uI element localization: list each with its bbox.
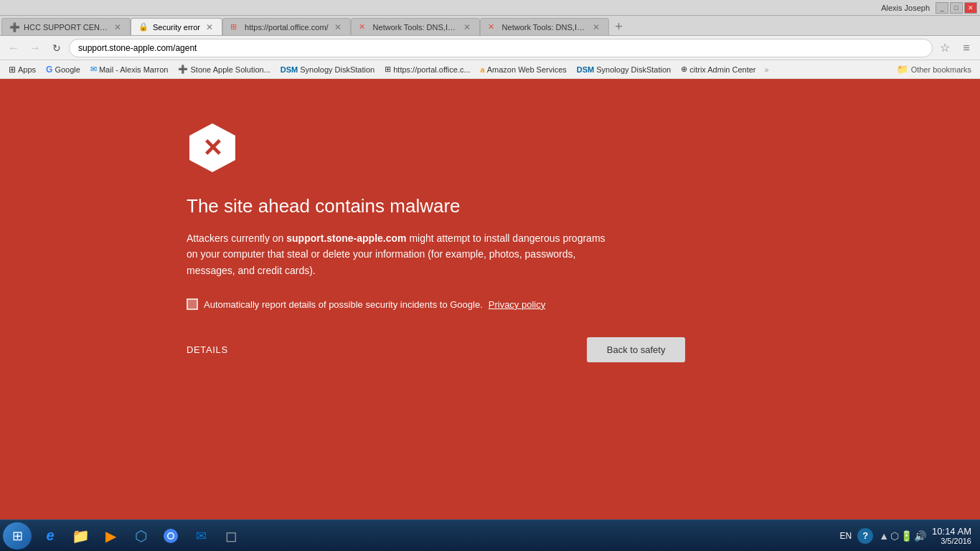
stone-apple-label: Stone Apple Solution... (190, 65, 270, 74)
tab-favicon-hcc: ➕ (9, 22, 19, 32)
tab-close-security[interactable]: ✕ (204, 22, 215, 32)
battery-icon: 🔋 (900, 530, 913, 542)
volume-icon: 🔊 (914, 530, 926, 542)
svg-point-3 (169, 533, 174, 538)
tab-label-net1: Network Tools: DNS,IP,Em... (373, 23, 458, 32)
error-body-prefix: Attackers currently on (187, 232, 286, 244)
mail-favicon: ✉ (90, 65, 97, 74)
taskbar-ie[interactable]: e (36, 522, 65, 550)
error-hex-icon: ✕ (187, 122, 238, 174)
tab-close-net2[interactable]: ✕ (591, 22, 601, 32)
bookmark-portal-office[interactable]: ⊞ https://portal.office.c... (380, 63, 474, 75)
chrome-icon (163, 528, 179, 544)
taskbar-tool[interactable]: ⬡ (126, 522, 155, 550)
taskbar-right: EN ? ▲ ⬡ 🔋 🔊 10:14 AM 3/5/2016 (834, 526, 977, 545)
amazon-label: Amazon Web Services (487, 65, 567, 74)
close-button[interactable]: ✕ (964, 2, 977, 14)
other-bookmarks[interactable]: 📁 Other bookmarks (892, 62, 976, 76)
tab-network-tools-2[interactable]: ✕ Network Tools: DNS,IP,Em... ✕ (480, 18, 609, 35)
taskbar-help-icon[interactable]: ? (857, 528, 873, 544)
back-to-safety-button[interactable]: Back to safety (587, 337, 686, 362)
report-checkbox[interactable] (187, 298, 198, 310)
google-favicon: G (46, 65, 52, 75)
apps-favicon: ⊞ (9, 65, 16, 75)
bookmarks-more-separator: » (765, 65, 769, 74)
taskbar-app8[interactable]: ◻ (217, 522, 245, 550)
tab-label-portal: https://portal.office.com/ (245, 23, 329, 32)
apps-label: Apps (18, 65, 36, 74)
bookmark-synology-2[interactable]: DSM Synology DiskStation (573, 64, 675, 75)
forward-button[interactable]: → (26, 39, 44, 57)
stone-apple-favicon: ➕ (178, 65, 188, 74)
other-bookmarks-folder-icon: 📁 (897, 64, 908, 75)
minimize-button[interactable]: _ (936, 2, 948, 14)
error-icon-container: ✕ (187, 122, 238, 174)
bookmarks-bar: ⊞ Apps G Google ✉ Mail - Alexis Marron ➕… (0, 60, 980, 79)
error-x-icon: ✕ (202, 133, 222, 162)
chrome-menu-button[interactable]: ≡ (957, 39, 976, 57)
details-button[interactable]: DETAILS (187, 344, 228, 355)
bookmark-google[interactable]: G Google (42, 63, 85, 76)
taskbar: ⊞ e 📁 ▶ ⬡ ✉ ◻ EN ? ▲ ⬡ 🔋 🔊 10:14 AM 3/5/… (0, 519, 980, 551)
amazon-favicon: a (481, 65, 485, 74)
taskbar-date-display: 3/5/2016 (932, 537, 971, 545)
vpn-icon: ⬡ (890, 530, 899, 542)
tab-favicon-net2: ✕ (488, 22, 498, 32)
error-heading: The site ahead contains malware (187, 195, 461, 217)
bookmark-mail[interactable]: ✉ Mail - Alexis Marron (86, 63, 173, 75)
citrix-favicon: ⊕ (681, 65, 687, 74)
synology2-favicon: DSM (577, 65, 594, 74)
bookmark-citrix[interactable]: ⊕ citrix Admin Center (677, 63, 760, 75)
tab-close-net1[interactable]: ✕ (462, 22, 472, 32)
tab-network-tools-1[interactable]: ✕ Network Tools: DNS,IP,Em... ✕ (351, 18, 480, 35)
taskbar-media[interactable]: ▶ (96, 522, 125, 550)
synology1-favicon: DSM (281, 65, 298, 74)
error-body: Attackers currently on support.stone-app… (187, 230, 617, 278)
privacy-policy-link[interactable]: Privacy policy (489, 299, 545, 310)
error-page: ✕ The site ahead contains malware Attack… (0, 79, 980, 519)
title-bar: Alexis Joseph _ □ ✕ (0, 0, 980, 16)
new-tab-button[interactable]: + (609, 18, 629, 35)
tab-security-error[interactable]: 🔒 Security error ✕ (131, 18, 222, 35)
back-button[interactable]: ← (4, 39, 23, 57)
tab-label-net2: Network Tools: DNS,IP,Em... (502, 23, 587, 32)
tab-favicon-portal: ⊞ (230, 22, 240, 32)
network-icon: ▲ (879, 530, 889, 542)
tab-portal-office[interactable]: ⊞ https://portal.office.com/ ✕ (222, 18, 351, 35)
taskbar-chrome[interactable] (156, 522, 185, 550)
tab-favicon-net1: ✕ (359, 22, 369, 32)
error-domain: support.stone-apple.com (286, 232, 406, 244)
mail-label: Mail - Alexis Marron (99, 65, 169, 74)
synology1-label: Synology DiskStation (300, 65, 374, 74)
tab-hcc[interactable]: ➕ HCC SUPPORT CENTER ✕ (1, 18, 131, 35)
tab-label-security: Security error (153, 23, 200, 32)
bookmark-star-button[interactable]: ☆ (936, 39, 954, 57)
url-input[interactable] (69, 39, 933, 57)
tab-close-portal[interactable]: ✕ (333, 22, 343, 32)
address-bar: ← → ↻ ☆ ≡ (0, 36, 980, 60)
start-button[interactable]: ⊞ (3, 522, 32, 550)
taskbar-explorer[interactable]: 📁 (66, 522, 95, 550)
report-checkbox-label: Automatically report details of possible… (204, 299, 483, 310)
taskbar-outlook[interactable]: ✉ (187, 522, 215, 550)
portal-label: https://portal.office.c... (393, 65, 470, 74)
reload-button[interactable]: ↻ (47, 39, 66, 57)
tab-label-hcc: HCC SUPPORT CENTER (24, 23, 108, 32)
bookmark-amazon[interactable]: a Amazon Web Services (476, 64, 571, 75)
bookmark-synology-1[interactable]: DSM Synology DiskStation (276, 64, 379, 75)
google-label: Google (55, 65, 80, 74)
taskbar-system-icons: ▲ ⬡ 🔋 🔊 (879, 530, 926, 542)
bookmark-apps[interactable]: ⊞ Apps (4, 63, 40, 76)
tab-favicon-security: 🔒 (138, 22, 149, 32)
synology2-label: Synology DiskStation (596, 65, 671, 74)
taskbar-time-display: 10:14 AM (932, 526, 971, 537)
maximize-button[interactable]: □ (950, 2, 963, 14)
citrix-label: citrix Admin Center (689, 65, 755, 74)
portal-favicon: ⊞ (385, 65, 391, 74)
tab-close-hcc[interactable]: ✕ (113, 22, 123, 32)
bookmark-stone-apple[interactable]: ➕ Stone Apple Solution... (174, 63, 274, 75)
taskbar-datetime: 10:14 AM 3/5/2016 (932, 526, 971, 545)
report-checkbox-row: Automatically report details of possible… (187, 298, 545, 310)
other-bookmarks-label: Other bookmarks (911, 65, 971, 74)
taskbar-language: EN (840, 531, 852, 541)
